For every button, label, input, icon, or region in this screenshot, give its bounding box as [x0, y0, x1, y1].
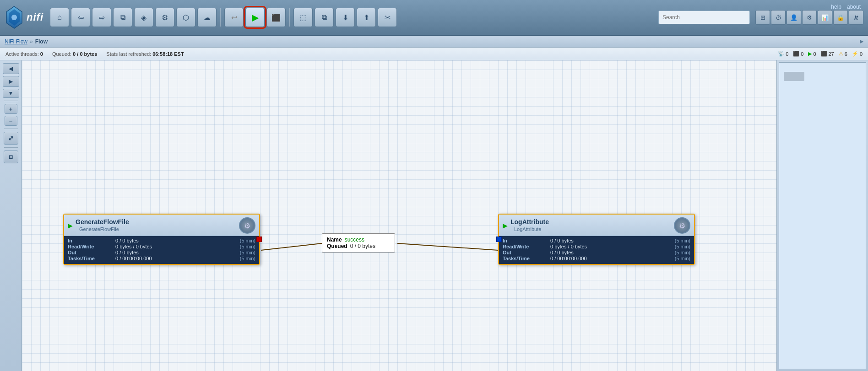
log-processor-icon: ⚙: [674, 217, 690, 234]
log-processor-title: ▶ LogAttribute LogAttribute: [503, 218, 549, 233]
flow-count: 0: [860, 51, 863, 57]
generate-processor[interactable]: ▶ GenerateFlowFile GenerateFlowFile ⚙ In…: [63, 214, 260, 265]
search-box: [658, 11, 750, 24]
remote-group-button[interactable]: ☁: [197, 8, 217, 27]
log-rw-time: (5 min): [675, 244, 690, 249]
connection-name-label: Name: [327, 237, 342, 243]
log-processor[interactable]: ▶ LogAttribute LogAttribute ⚙ In 0 / 0 b…: [498, 214, 695, 265]
connection-queued-row: Queued 0 / 0 bytes: [327, 243, 390, 249]
generate-processor-title: ▶ GenerateFlowFile GenerateFlowFile: [68, 218, 129, 233]
back-button[interactable]: ⇦: [71, 8, 90, 27]
log-rw-label: Read/Write: [503, 244, 548, 249]
nav-down-button[interactable]: ▼: [3, 89, 19, 98]
breadcrumb-root[interactable]: NiFi Flow: [5, 38, 27, 45]
generate-processor-icon: ⚙: [239, 217, 255, 234]
nav-prev-button[interactable]: ◀: [3, 63, 19, 74]
remote-count: 0: [786, 51, 788, 57]
forward-button[interactable]: ⇨: [92, 8, 111, 27]
log-in-value: 0 / 0 bytes: [550, 238, 673, 243]
log-tasks-time: (5 min): [675, 256, 690, 261]
queued-label: Queued:: [52, 51, 71, 57]
log-tasks-label: Tasks/Time: [503, 256, 548, 261]
running-badge: ▶ 0: [808, 51, 816, 57]
connection-name-row: Name success: [327, 237, 390, 243]
grid-view-button[interactable]: ⊞: [755, 10, 770, 25]
canvas[interactable]: ▶ GenerateFlowFile GenerateFlowFile ⚙ In…: [22, 60, 776, 371]
generate-rw-time: (5 min): [240, 244, 255, 249]
it-button[interactable]: It: [849, 10, 863, 25]
template2-button[interactable]: ⧉: [315, 8, 334, 27]
settings-button[interactable]: ⚙: [802, 10, 817, 25]
log-processor-body: In 0 / 0 bytes (5 min) Read/Write 0 byte…: [499, 236, 694, 264]
graph-button[interactable]: ⊟: [4, 151, 18, 163]
search-input[interactable]: [658, 11, 750, 24]
generate-tasks-time: (5 min): [240, 256, 255, 261]
generate-rw-label: Read/Write: [68, 244, 114, 249]
svg-point-0: [11, 15, 17, 20]
generate-in-value: 0 / 0 bytes: [115, 238, 238, 243]
svg-line-2: [397, 243, 498, 250]
log-tasks-value: 0 / 00:00:00.000: [550, 256, 673, 261]
remote-badge: 📡 0: [778, 51, 788, 57]
generate-play-icon: ▶: [68, 222, 73, 229]
minimap-node-1: [784, 72, 804, 81]
filter-button[interactable]: ⚙: [155, 8, 174, 27]
stopped-icon: ⬛: [793, 51, 799, 57]
template1-button[interactable]: ⬚: [293, 8, 313, 27]
running-icon: ▶: [808, 51, 812, 57]
log-processor-name: LogAttribute: [510, 218, 549, 226]
svg-line-1: [261, 243, 322, 250]
user-button[interactable]: 👤: [787, 10, 801, 25]
fit-button[interactable]: ⤢: [4, 132, 18, 145]
running-count: 0: [813, 51, 816, 57]
undo-button[interactable]: ↩: [224, 8, 244, 27]
queued-status: Queued: 0 / 0 bytes: [52, 51, 97, 57]
lock-button[interactable]: 🔒: [833, 10, 848, 25]
toolbar: nifi ⌂ ⇦ ⇨ ⧉ ◈ ⚙ ⬡ ☁ ↩ ▶ ⬛ ⬚ ⧉ ⬇ ⬆ ✂ ⊞ ⏱…: [0, 0, 868, 36]
stop-button[interactable]: ⬛: [266, 8, 286, 27]
about-link[interactable]: about: [847, 4, 861, 10]
connection-queued-label: Queued: [327, 243, 347, 249]
log-out-label: Out: [503, 250, 548, 255]
download-button[interactable]: ⬇: [336, 8, 355, 27]
invalid-count: 27: [829, 51, 834, 57]
log-processor-stats: In 0 / 0 bytes (5 min) Read/Write 0 byte…: [503, 238, 690, 261]
zoom-out-button[interactable]: −: [5, 116, 17, 126]
input-port-button[interactable]: ◈: [134, 8, 153, 27]
log-processor-header: ▶ LogAttribute LogAttribute ⚙: [499, 215, 694, 236]
output-port-button[interactable]: ⬡: [176, 8, 195, 27]
log-input-port[interactable]: [496, 237, 502, 242]
log-in-time: (5 min): [675, 238, 690, 243]
generate-out-time: (5 min): [240, 250, 255, 255]
zoom-in-button[interactable]: +: [5, 104, 17, 114]
clock-button[interactable]: ⏱: [771, 10, 786, 25]
start-button[interactable]: ▶: [245, 8, 265, 27]
processors-button[interactable]: ⧉: [113, 8, 132, 27]
invalid-badge: ⬛ 27: [821, 51, 834, 57]
delete-button[interactable]: ✂: [378, 8, 397, 27]
logo-text: nifi: [27, 11, 43, 23]
status-bar: Active threads: 0 Queued: 0 / 0 bytes St…: [0, 48, 868, 60]
generate-tasks-label: Tasks/Time: [68, 256, 114, 261]
right-panel: [776, 60, 868, 371]
warning-badge: ⚠ 6: [839, 51, 847, 57]
help-link[interactable]: help: [831, 4, 841, 10]
minimap[interactable]: [779, 62, 866, 369]
upload-button[interactable]: ⬆: [357, 8, 376, 27]
breadcrumb-separator: »: [30, 38, 33, 45]
connection-label[interactable]: Name success Queued 0 / 0 bytes: [322, 233, 395, 253]
generate-output-port[interactable]: [256, 237, 262, 242]
breadcrumb-bar: NiFi Flow » Flow ▶: [0, 36, 868, 48]
toolbar-right-icons: ⊞ ⏱ 👤 ⚙ 📊 🔒 It: [755, 10, 863, 25]
connection-name-value: success: [345, 237, 364, 243]
log-play-icon: ▶: [503, 222, 508, 229]
navigate-button[interactable]: ⌂: [50, 8, 69, 27]
generate-rw-value: 0 bytes / 0 bytes: [115, 244, 238, 249]
stats-value: 06:58:18 EST: [152, 51, 184, 57]
flow-icon: ⚡: [852, 51, 858, 57]
nav-separator-3: [4, 147, 18, 148]
toolbar-separator-1: [220, 8, 221, 27]
monitor-button[interactable]: 📊: [818, 10, 832, 25]
nav-next-button[interactable]: ▶: [3, 76, 19, 87]
collapse-icon[interactable]: ▶: [860, 38, 863, 44]
